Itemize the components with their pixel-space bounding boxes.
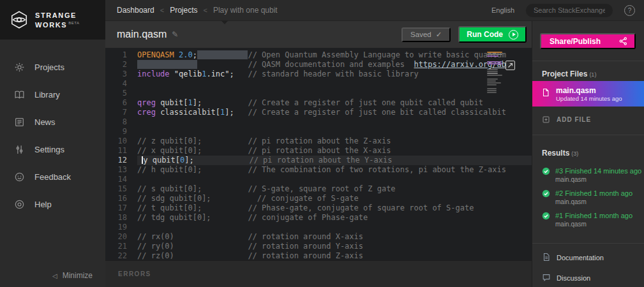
result-file: main.qasm: [555, 198, 633, 206]
line-number: 17: [105, 203, 127, 213]
minimap-line: [487, 86, 502, 87]
code-line[interactable]: include "qelib1.inc"; // standard header…: [137, 70, 532, 79]
code-line[interactable]: // QASM documentation and examples https…: [137, 60, 532, 70]
code-editor[interactable]: 12345678910111213141516171819202122 OPEN…: [105, 48, 532, 260]
minimap[interactable]: [487, 52, 502, 94]
code-line[interactable]: qreg qubit[1]; // Create a register of j…: [137, 98, 532, 108]
check-circle-icon: [542, 189, 550, 200]
minimize-button[interactable]: ◁ Minimize: [52, 271, 93, 280]
minimap-line: [487, 59, 502, 61]
line-number: 10: [105, 136, 127, 146]
code-line[interactable]: // rx(0) // rotation around X-axis: [137, 232, 532, 242]
code-line[interactable]: // z qubit[0]; // pi rotation about the …: [137, 136, 532, 146]
project-file-item[interactable]: main.qasmUpdated 14 minutes ago: [532, 81, 644, 107]
sidebar-item-library[interactable]: Library: [0, 81, 105, 108]
errors-tab[interactable]: ERRORS: [118, 270, 151, 277]
run-code-button[interactable]: Run Code: [458, 26, 527, 43]
sidebar-item-projects[interactable]: Projects: [0, 54, 105, 81]
panel-links: DocumentationDiscussion: [532, 251, 644, 287]
code-line[interactable]: // t qubit[0]; // Phase-gate, conjugate …: [137, 203, 532, 213]
code-line[interactable]: [137, 117, 532, 127]
code-line[interactable]: [137, 175, 532, 184]
sidebar-nav: ProjectsLibraryNewsSettingsFeedbackHelp: [0, 54, 105, 218]
breadcrumb: Dashboard<Projects<Play with one qubit: [117, 6, 278, 15]
project-files-title: Project Files(1): [542, 70, 596, 78]
result-item[interactable]: #3 Finished 14 minutes agomain.qasm: [532, 166, 644, 184]
result-info: #3 Finished 14 minutes agomain.qasm: [555, 166, 641, 184]
code-line[interactable]: [137, 79, 532, 89]
code-line[interactable]: // ry(0) // rotation around Y-axis: [137, 242, 532, 251]
add-file-button[interactable]: ADD FILE: [532, 112, 644, 126]
line-number: 2: [105, 60, 127, 70]
minimap-line: [487, 57, 502, 59]
file-name: main.qasm: [556, 86, 622, 95]
chat-icon: [542, 273, 551, 283]
help-icon[interactable]: ?: [624, 5, 635, 16]
code-content[interactable]: OPENQASM 2.0; // Open Quantum Assembly L…: [133, 48, 532, 260]
code-line[interactable]: [137, 223, 532, 232]
topbar-right: English ?: [491, 4, 635, 17]
minimap-line: [487, 71, 498, 72]
sidebar-item-help[interactable]: Help: [0, 191, 105, 218]
result-info: #2 Finished 1 month agomain.qasm: [555, 189, 633, 206]
breadcrumb-item[interactable]: Dashboard: [117, 6, 154, 15]
line-number: 13: [105, 165, 127, 175]
minimap-line: [487, 78, 498, 80]
minimap-line: [487, 65, 502, 66]
line-number-gutter: 12345678910111213141516171819202122: [105, 48, 133, 260]
strangeworks-logo[interactable]: STRANGE WORKSBETA: [0, 0, 105, 40]
add-file-icon: [542, 115, 550, 124]
editor-statusbar: ERRORS: [105, 260, 532, 287]
breadcrumb-dropdown-caret[interactable]: [221, 20, 228, 24]
file-updated: Updated 14 minutes ago: [556, 95, 622, 102]
minimap-line: [487, 77, 502, 78]
code-line[interactable]: // tdg qubit[0]; // conjugate of Phase-g…: [137, 213, 532, 223]
panel-link-label: Documentation: [557, 254, 604, 261]
minimap-line: [487, 63, 502, 64]
documentation-link[interactable]: Documentation: [532, 251, 644, 265]
check-icon: ✓: [436, 30, 442, 39]
hexagon-eye-logo-icon: [10, 10, 29, 29]
sidebar-item-settings[interactable]: Settings: [0, 136, 105, 163]
search-input[interactable]: [526, 4, 613, 17]
result-item[interactable]: #1 Finished 1 month agomain.qasm: [532, 211, 644, 228]
code-line[interactable]: y qubit[0]; // pi rotation about the Y-a…: [137, 156, 532, 165]
minimap-line: [487, 52, 502, 53]
code-line[interactable]: creg classicalbit[1]; // Create a regist…: [137, 108, 532, 117]
results-title: Results(3): [542, 149, 578, 158]
minimap-line: [487, 84, 497, 85]
line-number: 11: [105, 146, 127, 156]
breadcrumb-separator: <: [204, 6, 207, 14]
language-selector[interactable]: English: [491, 6, 514, 14]
share-publish-button[interactable]: Share/Publish: [540, 33, 636, 49]
editor-header: main.qasm ✎ Saved ✓ Run Code: [105, 21, 532, 48]
sidebar-item-news[interactable]: News: [0, 108, 105, 136]
result-item[interactable]: #2 Finished 1 month agomain.qasm: [532, 189, 644, 206]
sidebar-item-feedback[interactable]: Feedback: [0, 163, 105, 191]
results-count: (3): [571, 151, 578, 157]
sidebar: STRANGE WORKSBETA ProjectsLibraryNewsSet…: [0, 0, 105, 287]
sidebar-item-label: Projects: [34, 63, 64, 72]
breadcrumb-item[interactable]: Projects: [170, 6, 197, 15]
add-file-label: ADD FILE: [557, 116, 591, 123]
code-line[interactable]: [137, 127, 532, 136]
discussion-link[interactable]: Discussion: [532, 271, 644, 285]
brand-line2: WORKS: [35, 20, 67, 28]
project-files-title-text: Project Files: [542, 70, 587, 78]
edit-filename-icon[interactable]: ✎: [172, 30, 178, 39]
saved-button[interactable]: Saved ✓: [401, 27, 451, 42]
code-line[interactable]: OPENQASM 2.0; // Open Quantum Assembly L…: [137, 50, 532, 60]
minimap-line: [487, 92, 497, 93]
code-line[interactable]: // rz(0) // rotation around Z-axis: [137, 251, 532, 260]
line-number: 12: [105, 156, 127, 165]
expand-editor-icon[interactable]: [505, 61, 515, 70]
code-line[interactable]: // sdg qubit[0]; // conjugate of S-gate: [137, 194, 532, 203]
code-line[interactable]: // x qubit[0]; // pi rotation about the …: [137, 146, 532, 156]
gear-icon: [14, 62, 25, 73]
sidebar-item-label: Feedback: [34, 172, 71, 182]
divider: [532, 243, 644, 244]
line-number: 16: [105, 194, 127, 203]
code-line[interactable]: // s qubit[0]; // S-gate, square root of…: [137, 184, 532, 194]
code-line[interactable]: [137, 89, 532, 98]
code-line[interactable]: // h qubit[0]; // The combination of two…: [137, 165, 532, 175]
